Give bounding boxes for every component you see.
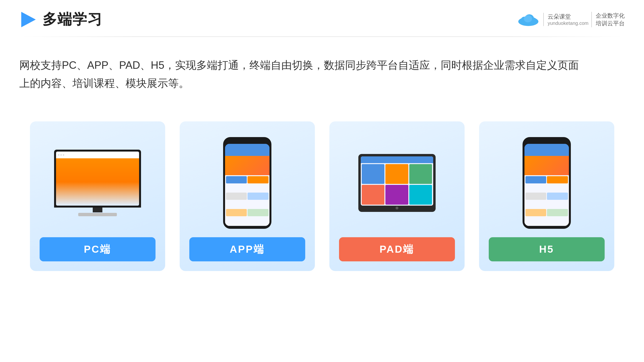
logo-tagline1: 企业数字化 (596, 12, 625, 19)
app-button[interactable]: APP端 (189, 237, 305, 261)
logo-text-block: 云朵课堂 yunduoketang.com (543, 13, 588, 26)
cards-container: PC端 APP端 (0, 92, 644, 271)
pad-button[interactable]: PAD端 (339, 237, 455, 261)
description-line1: 网校支持PC、APP、PAD、H5，实现多端打通，终端自由切换，数据同步跨平台自… (19, 56, 584, 74)
cloud-icon (516, 11, 540, 28)
phone-mockup-h5 (522, 137, 571, 229)
description-block: 网校支持PC、APP、PAD、H5，实现多端打通，终端自由切换，数据同步跨平台自… (0, 37, 604, 92)
logo-tagline-block: 企业数字化 培训云平台 (591, 12, 625, 27)
pc-mockup (54, 150, 141, 216)
card-h5: H5 (479, 121, 614, 271)
pc-button[interactable]: PC端 (40, 237, 156, 261)
page-header: 多端学习 云朵课堂 yunduoketang.com 企业数字化 培训云平台 (0, 0, 644, 29)
logo-sub-text: yunduoketang.com (548, 20, 588, 26)
svg-point-5 (524, 15, 532, 22)
card-app: APP端 (180, 121, 315, 271)
brand-logo: 云朵课堂 yunduoketang.com 企业数字化 培训云平台 (516, 11, 625, 28)
page-title: 多端学习 (42, 10, 102, 29)
phone-mockup-app (223, 137, 272, 229)
header-left: 多端学习 (19, 10, 102, 29)
logo-tagline2: 培训云平台 (596, 19, 625, 27)
card-h5-image (489, 136, 605, 230)
card-pc: PC端 (30, 121, 165, 271)
card-pc-image (40, 136, 156, 230)
card-pad: PAD端 (329, 121, 464, 271)
h5-button[interactable]: H5 (489, 237, 605, 261)
tablet-mockup (358, 154, 436, 212)
card-pad-image (339, 136, 455, 230)
play-icon (19, 11, 37, 28)
description-line2: 上的内容、培训课程、模块展示等。 (19, 74, 584, 92)
svg-marker-0 (21, 12, 36, 27)
header-right: 云朵课堂 yunduoketang.com 企业数字化 培训云平台 (516, 11, 625, 28)
logo-main-text: 云朵课堂 (548, 13, 588, 20)
pc-screen (54, 150, 141, 208)
card-app-image (189, 136, 305, 230)
